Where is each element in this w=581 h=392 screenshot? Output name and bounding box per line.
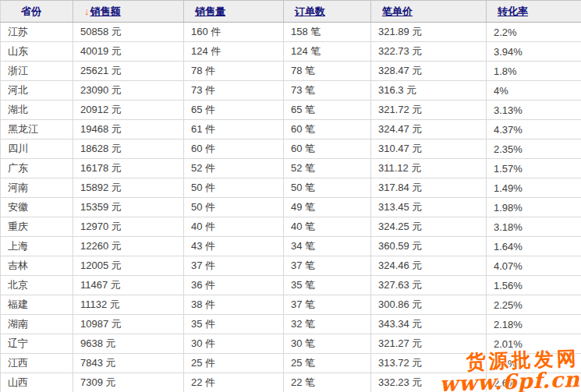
cell-sales-volume: 25 件 <box>184 354 284 373</box>
sort-link-sales-amount[interactable]: 销售额 <box>90 5 121 17</box>
header-row: 省份 ↓销售额 销售量 订单数 笔单价 转化率 <box>1 1 581 23</box>
table-row: 浙江25621 元78 件78 笔328.47 元1.8% <box>1 62 581 81</box>
cell-order-count: 73 笔 <box>284 81 371 101</box>
cell-price-per-order: 311.12 元 <box>371 159 487 178</box>
table-row: 广东16178 元52 件52 笔311.12 元1.57% <box>1 159 581 178</box>
cell-sales-volume: 40 件 <box>184 217 284 237</box>
table-row: 黑龙江19468 元61 件60 笔324.47 元4.37% <box>1 120 581 139</box>
cell-order-count: 40 笔 <box>284 217 371 237</box>
cell-price-per-order: 316.3 元 <box>371 81 487 101</box>
cell-conversion-rate: 2.6% <box>487 373 581 392</box>
cell-order-count: 37 笔 <box>284 256 371 276</box>
cell-sales-amount: 7309 元 <box>73 373 184 392</box>
cell-province: 辽宁 <box>1 334 73 354</box>
column-header-province-label: 省份 <box>21 5 41 17</box>
table-row: 安徽15359 元50 件49 笔313.45 元1.98% <box>1 198 581 217</box>
cell-conversion-rate: 3.94% <box>487 42 581 62</box>
cell-sales-volume: 61 件 <box>184 120 284 139</box>
cell-sales-volume: 160 件 <box>184 23 284 42</box>
cell-conversion-rate: 3.18% <box>487 217 581 237</box>
province-sales-table: 省份 ↓销售额 销售量 订单数 笔单价 转化率 江苏50858 元16 <box>0 0 581 392</box>
cell-sales-volume: 65 件 <box>184 101 284 120</box>
cell-province: 湖南 <box>1 315 73 334</box>
cell-sales-volume: 43 件 <box>184 237 284 256</box>
cell-order-count: 22 笔 <box>284 373 371 392</box>
cell-sales-volume: 50 件 <box>184 178 284 198</box>
cell-province: 安徽 <box>1 198 73 217</box>
cell-order-count: 65 笔 <box>284 101 371 120</box>
cell-sales-volume: 38 件 <box>184 295 284 315</box>
cell-price-per-order: 328.47 元 <box>371 62 487 81</box>
cell-order-count: 124 笔 <box>284 42 371 62</box>
cell-order-count: 60 笔 <box>284 139 371 159</box>
cell-conversion-rate: 1.56% <box>487 276 581 295</box>
cell-sales-amount: 11132 元 <box>73 295 184 315</box>
cell-province: 北京 <box>1 276 73 295</box>
cell-conversion-rate: 2.3% <box>487 354 581 373</box>
sort-link-order-count[interactable]: 订单数 <box>295 5 325 17</box>
cell-sales-amount: 9638 元 <box>73 334 184 354</box>
column-header-order-count: 订单数 <box>284 1 371 23</box>
column-header-conversion-rate: 转化率 <box>487 1 581 23</box>
cell-order-count: 30 笔 <box>284 334 371 354</box>
cell-sales-volume: 124 件 <box>184 42 284 62</box>
cell-conversion-rate: 1.98% <box>487 198 581 217</box>
cell-sales-volume: 60 件 <box>184 139 284 159</box>
cell-province: 河北 <box>1 81 73 101</box>
sort-link-conversion-rate[interactable]: 转化率 <box>498 5 528 17</box>
cell-province: 河南 <box>1 178 73 198</box>
cell-price-per-order: 360.59 元 <box>371 237 487 256</box>
cell-order-count: 60 笔 <box>284 120 371 139</box>
cell-conversion-rate: 4.37% <box>487 120 581 139</box>
table-row: 山西7309 元22 件22 笔332.23 元2.6% <box>1 373 581 392</box>
cell-sales-amount: 25621 元 <box>73 62 184 81</box>
table-row: 江西7843 元25 件25 笔313.72 元2.3% <box>1 354 581 373</box>
cell-sales-volume: 37 件 <box>184 256 284 276</box>
cell-price-per-order: 310.47 元 <box>371 139 487 159</box>
table-row: 重庆12970 元40 件40 笔324.25 元3.18% <box>1 217 581 237</box>
cell-sales-amount: 16178 元 <box>73 159 184 178</box>
cell-province: 广东 <box>1 159 73 178</box>
table-row: 山东40019 元124 件124 笔322.73 元3.94% <box>1 42 581 62</box>
table-row: 湖北20912 元65 件65 笔321.72 元3.13% <box>1 101 581 120</box>
cell-sales-amount: 7843 元 <box>73 354 184 373</box>
cell-sales-amount: 12005 元 <box>73 256 184 276</box>
cell-price-per-order: 313.45 元 <box>371 198 487 217</box>
cell-order-count: 50 笔 <box>284 178 371 198</box>
cell-province: 山西 <box>1 373 73 392</box>
cell-price-per-order: 327.63 元 <box>371 276 487 295</box>
cell-conversion-rate: 2.2% <box>487 23 581 42</box>
cell-price-per-order: 300.86 元 <box>371 295 487 315</box>
cell-sales-amount: 11467 元 <box>73 276 184 295</box>
cell-sales-volume: 73 件 <box>184 81 284 101</box>
cell-price-per-order: 321.27 元 <box>371 334 487 354</box>
cell-order-count: 34 笔 <box>284 237 371 256</box>
sort-link-price-per-order[interactable]: 笔单价 <box>382 5 413 17</box>
table-row: 福建11132 元38 件37 笔300.86 元2.25% <box>1 295 581 315</box>
cell-province: 江苏 <box>1 23 73 42</box>
cell-sales-volume: 22 件 <box>184 373 284 392</box>
cell-price-per-order: 313.72 元 <box>371 354 487 373</box>
cell-conversion-rate: 4% <box>487 81 581 101</box>
sort-link-sales-volume[interactable]: 销售量 <box>195 5 225 17</box>
cell-sales-amount: 50858 元 <box>73 23 184 42</box>
cell-price-per-order: 317.84 元 <box>371 178 487 198</box>
cell-conversion-rate: 2.01% <box>487 334 581 354</box>
cell-order-count: 158 笔 <box>284 23 371 42</box>
column-header-province: 省份 <box>1 1 73 23</box>
cell-province: 浙江 <box>1 62 73 81</box>
cell-conversion-rate: 1.57% <box>487 159 581 178</box>
table-row: 河北23090 元73 件73 笔316.3 元4% <box>1 81 581 101</box>
cell-conversion-rate: 4.07% <box>487 256 581 276</box>
cell-price-per-order: 324.46 元 <box>371 256 487 276</box>
cell-province: 江西 <box>1 354 73 373</box>
cell-sales-amount: 12970 元 <box>73 217 184 237</box>
table-row: 辽宁9638 元30 件30 笔321.27 元2.01% <box>1 334 581 354</box>
cell-order-count: 52 笔 <box>284 159 371 178</box>
table-body: 江苏50858 元160 件158 笔321.89 元2.2%山东40019 元… <box>1 23 581 392</box>
cell-conversion-rate: 1.8% <box>487 62 581 81</box>
cell-price-per-order: 324.25 元 <box>371 217 487 237</box>
cell-sales-amount: 18628 元 <box>73 139 184 159</box>
cell-sales-amount: 15359 元 <box>73 198 184 217</box>
cell-sales-amount: 40019 元 <box>73 42 184 62</box>
